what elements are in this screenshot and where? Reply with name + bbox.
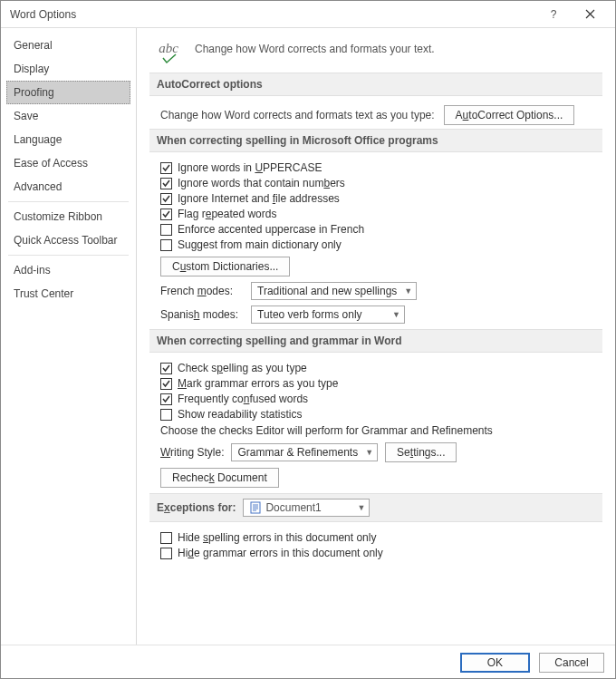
chevron-down-icon: ▼ (392, 310, 400, 319)
checkbox-icon (160, 209, 172, 220)
check-label: Check spelling as you type (178, 362, 307, 374)
sidebar-item-ease-of-access[interactable]: Ease of Access (6, 151, 130, 175)
select-value: Document1 (265, 501, 321, 514)
content: abc Change how Word corrects and formats… (137, 28, 615, 645)
sidebar-item-qat[interactable]: Quick Access Toolbar (6, 228, 130, 252)
checkbox-icon (160, 224, 172, 236)
writing-style-row: Writing Style: Grammar & Refinements ▼ S… (160, 442, 602, 462)
check-ignore-numbers[interactable]: Ignore words that contain numbers (160, 177, 602, 189)
check-hide-spelling-errors[interactable]: Hide spelling errors in this document on… (160, 531, 602, 544)
check-label: Show readability statistics (178, 408, 302, 421)
select-value: Traditional and new spellings (257, 285, 397, 297)
french-modes-label: French modes: (160, 285, 244, 297)
titlebar-controls: ? (535, 2, 608, 27)
check-main-dictionary[interactable]: Suggest from main dictionary only (160, 238, 602, 251)
hero-text: Change how Word corrects and formats you… (195, 43, 435, 55)
check-accented-french[interactable]: Enforce accented uppercase in French (160, 223, 602, 236)
dialog-title: Word Options (10, 8, 535, 21)
checkbox-icon (160, 193, 172, 205)
spanish-modes-label: Spanish modes: (160, 308, 244, 321)
sidebar-item-addins[interactable]: Add-ins (6, 258, 130, 282)
choose-checks-text: Choose the checks Editor will perform fo… (160, 424, 602, 437)
section-exceptions-label: Exceptions for: (157, 501, 236, 514)
cancel-button[interactable]: Cancel (539, 653, 604, 673)
checkbox-icon (160, 393, 172, 405)
french-modes-select[interactable]: Traditional and new spellings ▼ (251, 282, 417, 300)
document-icon (249, 501, 262, 514)
check-confused-words[interactable]: Frequently confused words (160, 393, 602, 405)
check-ignore-uppercase[interactable]: Ignore words in UPPERCASE (160, 161, 602, 174)
sidebar-item-general[interactable]: General (6, 34, 130, 57)
check-ignore-internet[interactable]: Ignore Internet and file addresses (160, 192, 602, 205)
check-readability[interactable]: Show readability statistics (160, 408, 602, 421)
checkbox-icon (160, 532, 172, 544)
checkbox-icon (160, 378, 172, 390)
french-modes-row: French modes: Traditional and new spelli… (160, 282, 602, 300)
custom-dictionaries-button[interactable]: Custom Dictionaries... (160, 257, 290, 276)
check-label: Hide spelling errors in this document on… (178, 531, 376, 544)
hero: abc Change how Word corrects and formats… (149, 35, 602, 69)
checkbox-icon (160, 178, 172, 189)
close-button[interactable] (572, 2, 608, 27)
checkbox-icon (160, 409, 172, 421)
sidebar-separator (8, 255, 129, 256)
help-button[interactable]: ? (535, 2, 572, 27)
sidebar: General Display Proofing Save Language E… (1, 28, 137, 645)
check-flag-repeated[interactable]: Flag repeated words (160, 208, 602, 220)
svg-rect-0 (251, 502, 260, 513)
check-label: Mark grammar errors as you type (178, 377, 338, 390)
proofing-hero-icon: abc (155, 41, 182, 56)
check-label: Enforce accented uppercase in French (178, 223, 364, 236)
section-exceptions: Exceptions for: Document1 ▼ (149, 493, 602, 522)
checkbox-icon (160, 548, 172, 559)
spanish-modes-select[interactable]: Tuteo verb forms only ▼ (251, 306, 405, 324)
select-value: Tuteo verb forms only (257, 308, 362, 321)
checkbox-icon (160, 363, 172, 374)
writing-style-settings-button[interactable]: Settings... (385, 442, 457, 462)
check-label: Frequently confused words (178, 393, 308, 405)
check-mark-grammar[interactable]: Mark grammar errors as you type (160, 377, 602, 390)
section-spelling-word: When correcting spelling and grammar in … (149, 329, 602, 353)
writing-style-select[interactable]: Grammar & Refinements ▼ (231, 443, 378, 461)
check-hide-grammar-errors[interactable]: Hide grammar errors in this document onl… (160, 547, 602, 559)
check-label: Flag repeated words (178, 208, 276, 220)
select-value: Grammar & Refinements (237, 446, 358, 459)
check-label: Ignore words in UPPERCASE (178, 161, 322, 174)
check-spelling-as-you-type[interactable]: Check spelling as you type (160, 362, 602, 374)
check-label: Ignore Internet and file addresses (178, 192, 340, 205)
titlebar: Word Options ? (1, 1, 615, 28)
recheck-document-button[interactable]: Recheck Document (160, 468, 279, 488)
check-label: Ignore words that contain numbers (178, 177, 345, 189)
chevron-down-icon: ▼ (365, 448, 373, 457)
section-autocorrect-options: AutoCorrect options (149, 73, 602, 96)
checkbox-icon (160, 239, 172, 251)
section-spelling-office: When correcting spelling in Microsoft Of… (149, 129, 602, 152)
ok-button[interactable]: OK (460, 653, 530, 673)
chevron-down-icon: ▼ (404, 286, 412, 296)
autocorrect-desc: Change how Word corrects and formats tex… (160, 109, 435, 121)
sidebar-item-language[interactable]: Language (6, 128, 130, 151)
check-label: Suggest from main dictionary only (178, 238, 342, 251)
writing-style-label: Writing Style: (160, 446, 224, 459)
close-icon (585, 9, 595, 19)
sidebar-item-display[interactable]: Display (6, 57, 130, 81)
sidebar-separator (8, 201, 129, 202)
check-label: Hide grammar errors in this document onl… (178, 547, 383, 559)
footer: OK Cancel (1, 645, 615, 679)
autocorrect-options-button[interactable]: AutoCorrect Options... (444, 105, 575, 125)
sidebar-item-advanced[interactable]: Advanced (6, 175, 130, 199)
sidebar-item-save[interactable]: Save (6, 104, 130, 128)
checkbox-icon (160, 162, 172, 174)
exceptions-document-select[interactable]: Document1 ▼ (243, 499, 370, 517)
chevron-down-icon: ▼ (357, 503, 365, 512)
main-area: General Display Proofing Save Language E… (1, 28, 615, 645)
checkmark-icon (162, 53, 177, 64)
sidebar-item-trust-center[interactable]: Trust Center (6, 282, 130, 306)
custom-dictionaries-row: Custom Dictionaries... (160, 257, 602, 276)
autocorrect-row: Change how Word corrects and formats tex… (160, 105, 602, 125)
sidebar-item-proofing[interactable]: Proofing (6, 81, 130, 104)
recheck-row: Recheck Document (160, 468, 602, 488)
spanish-modes-row: Spanish modes: Tuteo verb forms only ▼ (160, 306, 602, 324)
sidebar-item-customize-ribbon[interactable]: Customize Ribbon (6, 205, 130, 228)
